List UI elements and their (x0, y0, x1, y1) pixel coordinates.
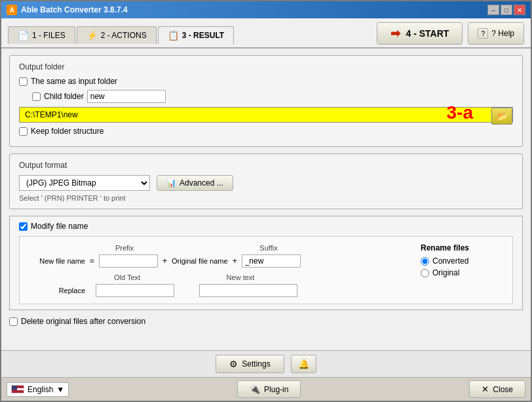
new-text-col-header: New text (191, 273, 290, 282)
help-label: ? Help (491, 29, 514, 38)
filename-inner-box: Prefix Suffix New file name = + Original (19, 236, 513, 304)
prefix-input[interactable] (99, 254, 158, 268)
browse-folder-button[interactable]: 📂 (491, 108, 512, 125)
bottom-toolbar: ⚙ Settings 🔔 (1, 350, 531, 377)
main-window: A Able Batch Converter 3.8.7.4 – □ ✕ 📄 1… (0, 0, 532, 402)
plus2-sign: + (233, 256, 237, 266)
flag-blue (12, 386, 17, 390)
sound-button[interactable]: 🔔 (291, 355, 316, 373)
output-folder-label: Output folder (19, 62, 513, 71)
close-bottom-button[interactable]: ✕ Close (469, 380, 525, 398)
actions-tab-label: 2 - ACTIONS (101, 31, 147, 40)
keep-structure-checkbox[interactable] (19, 127, 28, 136)
main-tabs-row: 📄 1 - FILES ⚡ 2 - ACTIONS 📋 3 - RESULT ➡… (1, 18, 531, 49)
replace-label: Replace (26, 287, 85, 294)
result-tab-icon: 📋 (168, 30, 179, 41)
delete-original-row: Delete original files after conversion (9, 317, 523, 326)
child-folder-input[interactable]: new (87, 90, 166, 103)
browse-folder-icon: 📂 (497, 111, 508, 121)
rename-files-label: Rename files (421, 243, 506, 252)
settings-icon: ⚙ (229, 359, 238, 369)
keep-structure-row: Keep folder structure (19, 127, 513, 136)
old-new-headers-row: Old Text New text (88, 273, 410, 282)
title-bar: A Able Batch Converter 3.8.7.4 – □ ✕ (1, 1, 531, 18)
window-title: Able Batch Converter 3.8.7.4 (21, 5, 128, 14)
sound-icon: 🔔 (298, 359, 309, 369)
files-tab-label: 1 - FILES (32, 31, 66, 40)
tab-result[interactable]: 📋 3 - RESULT (158, 26, 234, 45)
same-as-input-checkbox[interactable] (19, 77, 28, 86)
modify-filename-checkbox[interactable] (19, 222, 28, 231)
modify-header: Modify file name (19, 222, 513, 231)
original-radio[interactable] (421, 269, 429, 277)
original-file-name-label: Original file name (172, 257, 228, 265)
start-label: 4 - START (406, 28, 449, 39)
tab-files[interactable]: 📄 1 - FILES (8, 26, 75, 44)
rename-files-area: Rename files Converted Original (421, 243, 506, 277)
advanced-icon: 📊 (166, 178, 176, 188)
delete-original-checkbox[interactable] (9, 317, 18, 326)
tab-actions[interactable]: ⚡ 2 - ACTIONS (77, 26, 157, 44)
output-path-text: C:\TEMP1\new (25, 110, 78, 119)
child-folder-label: Child folder (44, 92, 84, 101)
right-buttons: ➡ 4 - START ? ? Help (377, 22, 524, 47)
col-headers-row: Prefix Suffix (92, 243, 410, 252)
keep-structure-label: Keep folder structure (31, 127, 104, 136)
same-as-input-label: The same as input folder (31, 77, 117, 86)
original-label: Original (432, 268, 459, 277)
language-dropdown[interactable]: English ▼ (7, 382, 69, 397)
plugin-icon: 🔌 (250, 384, 260, 394)
suffix-label: Suffix (259, 244, 277, 252)
help-icon: ? (478, 28, 488, 39)
close-label: Close (493, 385, 513, 394)
close-title-button[interactable]: ✕ (514, 5, 525, 15)
actions-tab-icon: ⚡ (86, 30, 98, 41)
title-bar-left: A Able Batch Converter 3.8.7.4 (7, 5, 128, 15)
language-label: English (28, 385, 53, 394)
old-text-label: Old Text (114, 273, 140, 281)
format-hint: Select ' (PRN) PRINTER ' to print (19, 194, 513, 202)
new-text-input[interactable] (199, 284, 297, 297)
help-button[interactable]: ? ? Help (468, 22, 524, 45)
modify-filename-section: Modify file name Prefix Suffix (9, 216, 523, 310)
converted-radio[interactable] (421, 257, 429, 266)
advanced-button[interactable]: 📊 Advanced ... (157, 175, 233, 191)
output-path-display: C:\TEMP1\new 3-a 📂 (19, 107, 513, 123)
format-select[interactable]: (JPG) JPEG Bitmap PNG) Portable Network … (19, 175, 150, 191)
settings-label: Settings (242, 359, 270, 369)
annotation-3a: 3-a (447, 102, 473, 123)
output-path-row: C:\TEMP1\new 3-a 📂 (19, 107, 513, 123)
delete-original-label: Delete original files after conversion (21, 317, 145, 326)
new-file-name-label: New file name (26, 257, 85, 265)
filename-formula-row: New file name = + Original file name + (26, 254, 410, 268)
advanced-label: Advanced ... (180, 178, 223, 188)
minimize-button[interactable]: – (487, 5, 499, 15)
converted-radio-row: Converted (421, 256, 506, 266)
replace-row: Replace (26, 284, 410, 297)
suffix-input[interactable] (242, 254, 301, 268)
output-folder-section: Output folder The same as input folder C… (9, 55, 523, 147)
prefix-col-header: Prefix (92, 243, 157, 252)
close-icon: ✕ (482, 384, 489, 394)
filename-grid-area: Prefix Suffix New file name = + Original (26, 243, 410, 297)
suffix-col-header: Suffix (236, 243, 301, 252)
format-row: (JPG) JPEG Bitmap PNG) Portable Network … (19, 175, 513, 191)
dropdown-arrow: ▼ (56, 385, 64, 394)
start-button[interactable]: ➡ 4 - START (377, 22, 463, 45)
equals-sign: = (90, 256, 94, 266)
files-tab-icon: 📄 (18, 30, 29, 41)
result-tab-label: 3 - RESULT (182, 31, 224, 40)
old-text-input[interactable] (96, 284, 174, 297)
content-area: Output folder The same as input folder C… (1, 49, 531, 350)
old-text-col-header: Old Text (88, 273, 166, 282)
output-format-section: Output format (JPG) JPEG Bitmap PNG) Por… (9, 153, 523, 209)
flag-icon (11, 385, 24, 393)
app-icon: A (7, 5, 17, 15)
settings-button[interactable]: ⚙ Settings (216, 355, 284, 373)
maximize-button[interactable]: □ (501, 5, 512, 15)
same-as-input-row: The same as input folder (19, 77, 513, 86)
plus1-sign: + (162, 256, 167, 266)
child-folder-checkbox[interactable] (32, 92, 41, 101)
start-arrow-icon: ➡ (390, 26, 400, 41)
plugin-button[interactable]: 🔌 Plug-in (237, 380, 301, 398)
